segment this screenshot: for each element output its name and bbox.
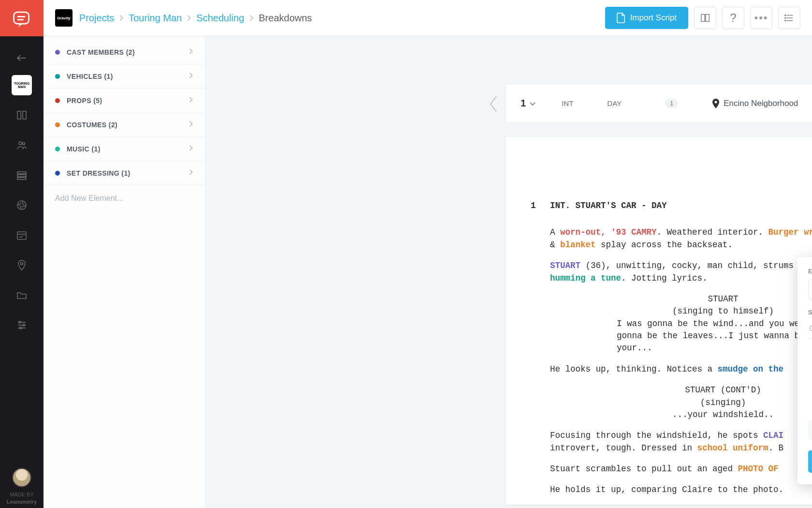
rail-aperture-icon[interactable] bbox=[12, 195, 32, 215]
svg-rect-8 bbox=[17, 172, 26, 174]
settings-list-button[interactable] bbox=[778, 7, 800, 29]
add-new-element-input[interactable]: Add New Element... bbox=[44, 185, 205, 211]
svg-rect-22 bbox=[706, 15, 709, 22]
document-icon bbox=[617, 13, 625, 23]
sidebar-category[interactable]: VEHICLES (1) bbox=[44, 64, 205, 89]
user-avatar[interactable] bbox=[12, 468, 31, 487]
tag-music: humming a tune bbox=[550, 273, 621, 283]
action-line[interactable]: Stuart scrambles to pull out an aged PHO… bbox=[550, 463, 812, 475]
help-button[interactable]: ? bbox=[722, 7, 744, 29]
scene-number[interactable]: 1 bbox=[521, 98, 526, 109]
category-option[interactable]: Props bbox=[808, 420, 812, 440]
add-element-popover: ELEMENT NAME ✕ QTY SELECT CATEGORY bbox=[798, 257, 812, 484]
action-line[interactable]: A worn-out, '93 CAMRY. Weathered interio… bbox=[550, 226, 812, 251]
category-label: COSTUMES (2) bbox=[67, 121, 188, 129]
sidebar-category[interactable]: COSTUMES (2) bbox=[44, 113, 205, 137]
svg-rect-0 bbox=[14, 12, 29, 24]
rail-boards-icon[interactable] bbox=[12, 105, 32, 125]
category-option[interactable]: Vehicles bbox=[808, 401, 812, 420]
sidebar-category[interactable]: SET DRESSING (1) bbox=[44, 161, 205, 185]
category-option[interactable]: Extras bbox=[808, 362, 812, 382]
crumb-projects[interactable]: Projects bbox=[79, 13, 114, 24]
svg-point-28 bbox=[785, 20, 786, 21]
action-line[interactable]: He looks up, thinking. Notices a smudge … bbox=[550, 363, 812, 375]
sidebar-category[interactable]: PROPS (5) bbox=[44, 89, 205, 113]
add-element-button[interactable]: Add Element bbox=[808, 450, 812, 473]
tag-prop: blanket bbox=[560, 240, 596, 250]
crumb-project-name[interactable]: Touring Man bbox=[129, 13, 182, 24]
element-name-input[interactable] bbox=[808, 280, 812, 299]
chevron-right-icon bbox=[188, 169, 193, 178]
svg-point-27 bbox=[785, 17, 786, 18]
svg-point-29 bbox=[715, 101, 717, 103]
select-category-label: SELECT CATEGORY bbox=[808, 309, 812, 316]
dot-icon bbox=[55, 147, 60, 151]
rail-folder-icon[interactable] bbox=[12, 285, 32, 305]
category-label: CAST MEMBERS (2) bbox=[67, 48, 188, 56]
rail-calendar-icon[interactable] bbox=[12, 225, 32, 245]
sidebar-category[interactable]: MUSIC (1) bbox=[44, 137, 205, 161]
left-rail: TOURINGMAN MADE BY Leanometry bbox=[0, 0, 44, 508]
category-option[interactable]: Cast Members bbox=[808, 343, 812, 362]
chevron-right-icon bbox=[119, 15, 124, 21]
rail-people-icon[interactable] bbox=[12, 135, 32, 155]
day-night-label[interactable]: DAY bbox=[607, 99, 622, 107]
dot-icon bbox=[55, 171, 60, 176]
category-label: SET DRESSING (1) bbox=[67, 169, 188, 177]
made-by-label: MADE BY Leanometry bbox=[7, 491, 37, 505]
more-button[interactable]: ••• bbox=[750, 7, 772, 29]
rail-sliders-icon[interactable] bbox=[12, 315, 32, 335]
scene-location[interactable]: Encino Neigborhood bbox=[712, 99, 798, 108]
svg-rect-21 bbox=[701, 15, 705, 22]
svg-rect-5 bbox=[23, 111, 26, 119]
scene-count-badge: 1 bbox=[665, 99, 678, 108]
svg-point-6 bbox=[19, 142, 22, 145]
compare-view-button[interactable] bbox=[694, 7, 716, 29]
brand-logo[interactable] bbox=[0, 0, 44, 36]
tag-prop: PHOTO OF bbox=[738, 464, 784, 474]
chevron-right-icon bbox=[188, 96, 193, 105]
pin-icon bbox=[712, 99, 720, 108]
rail-location-icon[interactable] bbox=[12, 255, 32, 275]
dot-icon bbox=[55, 74, 60, 79]
category-label: VEHICLES (1) bbox=[67, 73, 188, 80]
svg-rect-9 bbox=[17, 175, 26, 177]
category-label: MUSIC (1) bbox=[67, 145, 188, 153]
chevron-right-icon bbox=[188, 48, 193, 57]
back-arrow-icon[interactable] bbox=[12, 48, 32, 68]
rail-list-icon[interactable] bbox=[12, 165, 32, 185]
int-ext-label[interactable]: INT bbox=[562, 99, 573, 107]
svg-rect-10 bbox=[17, 178, 26, 179]
slug-number-left: 1 bbox=[531, 200, 550, 212]
topbar: Gravity Projects Touring Man Scheduling … bbox=[44, 0, 812, 36]
script-page[interactable]: 1 INT. STUART'S CAR - DAY 1 A worn-out, … bbox=[506, 137, 812, 505]
scene-slug: INT. STUART'S CAR - DAY bbox=[550, 200, 812, 212]
dot-icon bbox=[55, 98, 60, 103]
chevron-right-icon bbox=[187, 15, 191, 21]
scene-dropdown-icon[interactable] bbox=[530, 99, 536, 108]
rail-project-thumb[interactable]: TOURINGMAN bbox=[12, 75, 32, 95]
dialogue-block[interactable]: STUART (CONT'D) (singing) ...your windsh… bbox=[550, 384, 812, 421]
tag-costume: school uniform bbox=[697, 443, 768, 453]
dot-icon bbox=[55, 122, 60, 127]
tag-set-dressing: smudge on the bbox=[718, 364, 784, 374]
crumb-scheduling[interactable]: Scheduling bbox=[196, 13, 244, 24]
category-option[interactable]: Stunts bbox=[808, 382, 812, 401]
crumb-current: Breakdowns bbox=[259, 13, 312, 24]
action-line[interactable]: STUART (36), unwitting, cocky, man child… bbox=[550, 260, 812, 284]
dialogue-block[interactable]: STUART (singing to himself) I was gonna … bbox=[550, 293, 812, 355]
action-line[interactable]: Focusing through the windshield, he spot… bbox=[550, 430, 812, 454]
category-list: Cast Members Extras Stunts Vehicles Prop… bbox=[808, 343, 812, 440]
chevron-right-icon bbox=[249, 15, 254, 21]
import-script-button[interactable]: Import Script bbox=[605, 7, 688, 29]
svg-point-14 bbox=[21, 263, 23, 265]
category-label: PROPS (5) bbox=[67, 97, 188, 105]
svg-point-7 bbox=[23, 143, 25, 145]
chevron-right-icon bbox=[188, 120, 193, 129]
tag-vehicle: worn-out, '93 CAMRY bbox=[560, 227, 657, 237]
prev-scene-arrow[interactable] bbox=[483, 93, 504, 115]
sidebar-category[interactable]: CAST MEMBERS (2) bbox=[44, 40, 205, 64]
action-line[interactable]: He holds it up, comparing Claire to the … bbox=[550, 484, 812, 496]
project-thumb[interactable]: Gravity bbox=[55, 9, 72, 27]
script-canvas: 1 INT DAY 1 Encino Neigborhood 5/8 1 INT… bbox=[205, 36, 812, 508]
